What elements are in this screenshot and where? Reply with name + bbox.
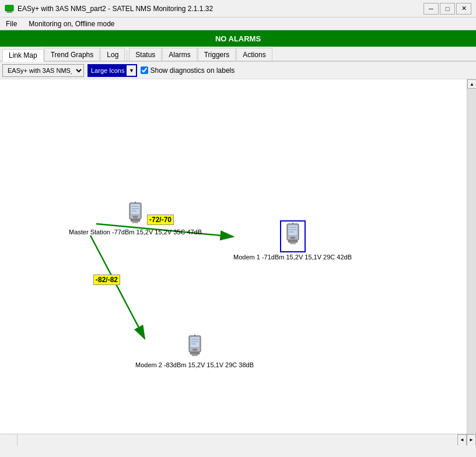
master-station-label: Master Station -77dBm 15,2V 15,2V 35C 47… bbox=[69, 228, 202, 235]
tab-log[interactable]: Log bbox=[100, 48, 125, 61]
toolbar: EASy+ with 3AS NMS_pa... Large Icons ▼ S… bbox=[0, 62, 476, 79]
svg-rect-33 bbox=[192, 354, 198, 356]
tab-link-map[interactable]: Link Map bbox=[2, 49, 44, 62]
minimize-button[interactable]: ─ bbox=[424, 3, 439, 15]
menu-bar: File Monitoring on, Offline mode bbox=[0, 17, 476, 30]
app-icon bbox=[5, 4, 14, 13]
bottom-scroll-track[interactable] bbox=[18, 434, 457, 445]
title-bar-left: EASy+ with 3AS NMS_part2 - SATEL NMS Mon… bbox=[5, 4, 213, 13]
svg-rect-24 bbox=[290, 242, 296, 244]
svg-rect-32 bbox=[190, 352, 200, 354]
svg-rect-17 bbox=[288, 225, 298, 235]
svg-rect-18 bbox=[290, 237, 295, 239]
status-banner-text: NO ALARMS bbox=[215, 34, 261, 43]
tab-trend-graphs[interactable]: Trend Graphs bbox=[44, 48, 100, 61]
svg-rect-8 bbox=[131, 204, 140, 215]
show-diagnostics-text: Show diagnostics on labels bbox=[150, 66, 235, 75]
network-map[interactable]: Master Station -77dBm 15,2V 15,2V 35C 47… bbox=[0, 79, 467, 445]
svg-rect-23 bbox=[288, 240, 298, 242]
tab-alarms[interactable]: Alarms bbox=[162, 48, 197, 61]
network-selector[interactable]: EASy+ with 3AS NMS_pa... bbox=[2, 64, 84, 77]
tabs-bar: Link Map Trend Graphs Log Status Alarms … bbox=[0, 47, 476, 62]
tab-actions[interactable]: Actions bbox=[236, 48, 272, 61]
close-button[interactable]: ✕ bbox=[456, 3, 471, 15]
svg-rect-2 bbox=[6, 12, 12, 13]
show-diagnostics-label: Show diagnostics on labels bbox=[141, 66, 235, 75]
svg-rect-26 bbox=[190, 337, 200, 347]
network-map-svg bbox=[0, 79, 467, 445]
signal-label-link2: -82/-82 bbox=[93, 275, 120, 285]
maximize-button[interactable]: □ bbox=[440, 3, 455, 15]
svg-rect-27 bbox=[192, 349, 197, 351]
scroll-up-button[interactable]: ▲ bbox=[467, 79, 476, 89]
tab-triggers[interactable]: Triggers bbox=[198, 48, 236, 61]
svg-line-6 bbox=[90, 235, 145, 339]
scroll-left-button[interactable]: ◄ bbox=[457, 434, 467, 446]
main-area: ▲ ▼ bbox=[0, 79, 476, 445]
bottom-scroll-buttons: ◄ ► bbox=[457, 434, 476, 446]
status-banner: NO ALARMS bbox=[0, 30, 476, 47]
show-diagnostics-checkbox[interactable] bbox=[141, 66, 148, 74]
icon-size-value: Large Icons bbox=[89, 65, 127, 76]
title-bar-controls: ─ □ ✕ bbox=[424, 3, 471, 15]
tab-separator bbox=[127, 50, 127, 61]
modem2-label: Modem 2 -83dBm 15,2V 15,1V 29C 38dB bbox=[135, 361, 254, 368]
svg-rect-15 bbox=[132, 222, 138, 223]
icon-size-arrow[interactable]: ▼ bbox=[127, 65, 136, 76]
icon-size-dropdown[interactable]: Large Icons ▼ bbox=[88, 64, 137, 77]
device-modem-2[interactable]: Modem 2 -83dBm 15,2V 15,1V 29C 38dB bbox=[135, 335, 254, 368]
device-master-station[interactable]: Master Station -77dBm 15,2V 15,2V 35C 47… bbox=[69, 202, 202, 235]
modem1-label: Modem 1 -71dBm 15,2V 15,1V 29C 42dB bbox=[233, 254, 352, 261]
svg-rect-1 bbox=[7, 11, 12, 12]
bottom-scrollbar: ◄ ► bbox=[0, 434, 476, 445]
modem1-selection-border bbox=[280, 220, 306, 252]
master-station-icon bbox=[125, 202, 146, 227]
menu-monitoring[interactable]: Monitoring on, Offline mode bbox=[25, 19, 118, 29]
device-modem-1[interactable]: Modem 1 -71dBm 15,2V 15,1V 29C 42dB bbox=[233, 220, 352, 261]
modem1-icon bbox=[282, 223, 303, 248]
modem2-icon bbox=[184, 335, 205, 360]
svg-rect-0 bbox=[5, 5, 13, 11]
menu-file[interactable]: File bbox=[2, 19, 20, 29]
bottom-left-panel bbox=[0, 434, 18, 445]
window-title: EASy+ with 3AS NMS_part2 - SATEL NMS Mon… bbox=[18, 5, 213, 13]
signal-label-link1: -72/-70 bbox=[147, 215, 174, 225]
scroll-track-vertical[interactable] bbox=[467, 89, 476, 436]
svg-rect-14 bbox=[131, 219, 140, 222]
scroll-right-button[interactable]: ► bbox=[467, 434, 476, 446]
title-bar: EASy+ with 3AS NMS_part2 - SATEL NMS Mon… bbox=[0, 0, 476, 17]
scrollbar-right[interactable]: ▲ ▼ bbox=[467, 79, 476, 445]
svg-rect-9 bbox=[133, 216, 138, 218]
tab-status[interactable]: Status bbox=[129, 48, 162, 61]
